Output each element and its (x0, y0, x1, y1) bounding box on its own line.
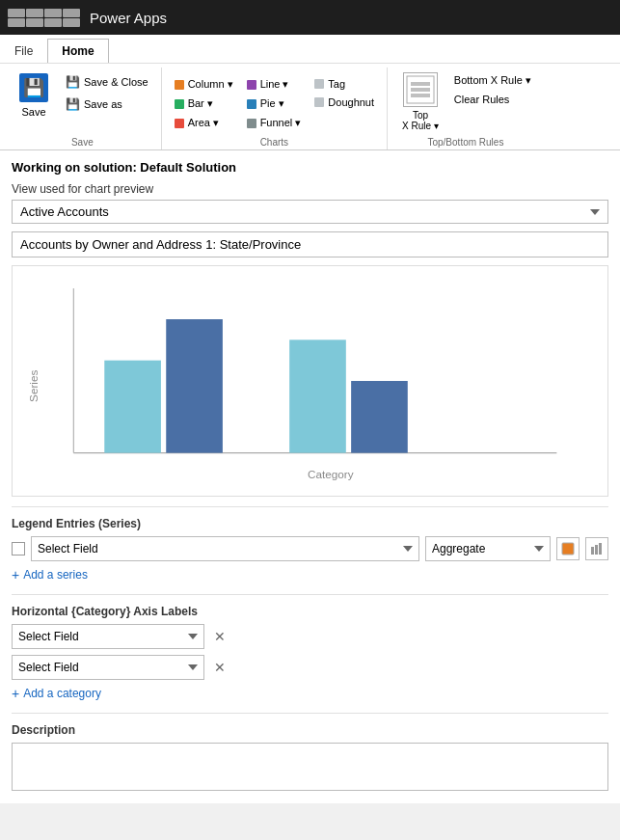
charts-group-label: Charts (260, 137, 288, 149)
legend-section-label: Legend Entries (Series) (12, 517, 608, 530)
save-label: Save (21, 106, 45, 118)
charts-stack-3: Tag Doughnut (310, 71, 379, 111)
svg-rect-15 (599, 543, 602, 555)
ribbon: 💾 Save 💾 Save & Close 💾 Save as Save (0, 64, 620, 150)
svg-text:Category: Category (308, 468, 354, 480)
save-small-stack: 💾 Save & Close 💾 Save as (60, 68, 153, 115)
pie-icon (247, 99, 256, 109)
save-icon: 💾 (18, 72, 49, 103)
ribbon-group-topbottom: TopX Rule ▾ Bottom X Rule ▾ Clear Rules … (388, 68, 544, 149)
ribbon-group-charts: Column ▾ Bar ▾ Area ▾ Line ▾ (162, 68, 388, 149)
save-icon-rect: 💾 (19, 73, 48, 102)
tag-button[interactable]: Tag (310, 75, 379, 93)
chart-title-input[interactable] (12, 231, 608, 257)
topbottom-group-label: Top/Bottom Rules (427, 137, 503, 149)
app-name: Power Apps (90, 10, 167, 26)
description-textarea[interactable] (12, 743, 608, 791)
svg-rect-13 (591, 547, 594, 555)
add-category-label: Add a category (23, 687, 101, 700)
line-label: Line ▾ (260, 78, 289, 91)
area-icon (175, 119, 184, 128)
column-icon (175, 80, 184, 90)
bottom-x-rule-button[interactable]: Bottom X Rule ▾ (449, 71, 536, 90)
line-icon (247, 80, 256, 90)
clear-rules-button[interactable]: Clear Rules (449, 91, 536, 108)
add-category-plus: + (12, 686, 19, 701)
save-as-label: Save as (84, 98, 122, 110)
funnel-icon (247, 119, 256, 128)
tab-bar: File Home (0, 35, 620, 64)
svg-text:Series: Series (27, 370, 40, 402)
charts-stack-1: Column ▾ Bar ▾ Area ▾ (170, 71, 238, 132)
save-close-button[interactable]: 💾 Save & Close (60, 71, 153, 93)
series-row: Select Field Aggregate (12, 536, 608, 561)
description-label: Description (12, 723, 608, 737)
chart-area: Series Category (12, 265, 608, 497)
funnel-button[interactable]: Funnel ▾ (242, 114, 307, 132)
clear-rules-label: Clear Rules (454, 94, 509, 105)
axis-remove-button-1[interactable]: ✕ (210, 627, 229, 646)
series-checkbox[interactable] (12, 542, 25, 555)
axis-remove-button-2[interactable]: ✕ (210, 658, 229, 677)
divider-2 (12, 594, 608, 595)
add-series-plus: + (12, 567, 19, 583)
svg-rect-10 (289, 339, 346, 452)
svg-rect-2 (411, 88, 430, 92)
svg-rect-11 (351, 381, 408, 453)
svg-rect-8 (104, 361, 161, 453)
line-button[interactable]: Line ▾ (242, 75, 307, 94)
view-dropdown[interactable]: Active Accounts All Accounts Inactive Ac… (12, 200, 608, 224)
svg-rect-1 (411, 82, 430, 86)
save-as-icon: 💾 (65, 96, 80, 112)
top-x-rule-button[interactable]: TopX Rule ▾ (395, 68, 445, 136)
svg-rect-9 (166, 319, 223, 453)
pie-label: Pie ▾ (260, 97, 284, 110)
add-category-link[interactable]: + Add a category (12, 686, 608, 701)
aggregate-select[interactable]: Aggregate (425, 536, 551, 561)
axis-section-label: Horizontal {Category} Axis Labels (12, 605, 608, 618)
save-button[interactable]: 💾 Save (12, 68, 56, 122)
topbottom-stack: Bottom X Rule ▾ Clear Rules (449, 68, 536, 108)
add-series-link[interactable]: + Add a series (12, 567, 608, 583)
save-as-button[interactable]: 💾 Save as (60, 94, 153, 115)
funnel-label: Funnel ▾ (260, 117, 302, 129)
axis-field-select-2[interactable]: Select Field (12, 655, 204, 680)
top-x-label: TopX Rule ▾ (402, 110, 439, 131)
chart-svg: Series Category (22, 276, 598, 486)
charts-stack-2: Line ▾ Pie ▾ Funnel ▾ (242, 71, 307, 132)
view-label: View used for chart preview (12, 182, 608, 196)
tab-file[interactable]: File (0, 39, 47, 63)
series-field-select[interactable]: Select Field (31, 536, 419, 561)
doughnut-label: Doughnut (328, 96, 374, 108)
save-close-label: Save & Close (84, 76, 148, 88)
save-close-icon: 💾 (65, 74, 80, 90)
working-on-label: Working on solution: Default Solution (12, 160, 608, 175)
doughnut-icon (314, 97, 324, 107)
bottom-x-rule-label: Bottom X Rule ▾ (454, 74, 531, 87)
app-grid-icon (8, 9, 80, 27)
series-color-button[interactable] (556, 537, 580, 560)
pie-button[interactable]: Pie ▾ (242, 95, 307, 113)
svg-rect-12 (562, 543, 574, 555)
bar-button[interactable]: Bar ▾ (170, 95, 238, 113)
axis-field-select-1[interactable]: Select Field (12, 624, 204, 649)
save-group-label: Save (71, 137, 94, 149)
title-bar: Power Apps (0, 0, 620, 35)
axis-row-1: Select Field ✕ (12, 624, 608, 649)
area-label: Area ▾ (188, 117, 219, 129)
column-button[interactable]: Column ▾ (170, 75, 238, 94)
bar-label: Bar ▾ (188, 97, 213, 110)
add-series-label: Add a series (23, 568, 88, 582)
tab-home[interactable]: Home (47, 39, 108, 63)
column-label: Column ▾ (188, 78, 233, 91)
tag-label: Tag (328, 78, 345, 90)
svg-rect-3 (411, 94, 430, 97)
bar-icon (175, 99, 184, 109)
area-button[interactable]: Area ▾ (170, 114, 238, 132)
series-chart-type-button[interactable] (585, 537, 608, 560)
doughnut-button[interactable]: Doughnut (310, 94, 379, 111)
divider-3 (12, 713, 608, 714)
top-x-icon (403, 72, 438, 107)
svg-rect-14 (595, 545, 598, 555)
main-content: Working on solution: Default Solution Vi… (0, 150, 620, 803)
